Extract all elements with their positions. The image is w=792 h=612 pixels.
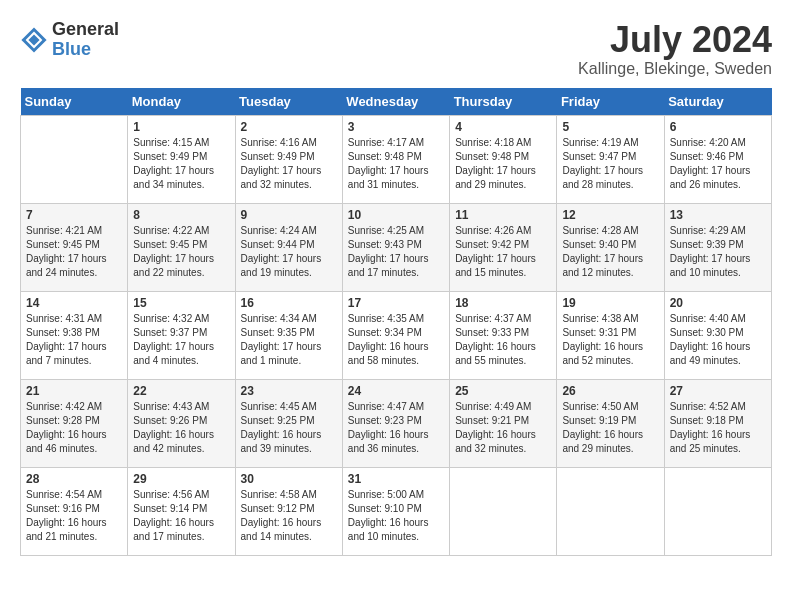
day-number: 1 <box>133 120 229 134</box>
logo-general: General <box>52 20 119 40</box>
logo: General Blue <box>20 20 119 60</box>
day-number: 3 <box>348 120 444 134</box>
day-number: 21 <box>26 384 122 398</box>
day-number: 31 <box>348 472 444 486</box>
cell-content: Sunrise: 4:20 AMSunset: 9:46 PMDaylight:… <box>670 136 766 192</box>
cell-content: Sunrise: 4:35 AMSunset: 9:34 PMDaylight:… <box>348 312 444 368</box>
cell-content: Sunrise: 4:52 AMSunset: 9:18 PMDaylight:… <box>670 400 766 456</box>
cell-content: Sunrise: 4:58 AMSunset: 9:12 PMDaylight:… <box>241 488 337 544</box>
month-title: July 2024 <box>578 20 772 60</box>
location-title: Kallinge, Blekinge, Sweden <box>578 60 772 78</box>
calendar-cell <box>450 467 557 555</box>
day-number: 17 <box>348 296 444 310</box>
day-number: 2 <box>241 120 337 134</box>
calendar-cell: 7Sunrise: 4:21 AMSunset: 9:45 PMDaylight… <box>21 203 128 291</box>
day-number: 26 <box>562 384 658 398</box>
day-number: 16 <box>241 296 337 310</box>
calendar-cell: 30Sunrise: 4:58 AMSunset: 9:12 PMDayligh… <box>235 467 342 555</box>
day-number: 22 <box>133 384 229 398</box>
day-number: 10 <box>348 208 444 222</box>
column-header-friday: Friday <box>557 88 664 116</box>
cell-content: Sunrise: 4:22 AMSunset: 9:45 PMDaylight:… <box>133 224 229 280</box>
day-number: 18 <box>455 296 551 310</box>
calendar-cell: 8Sunrise: 4:22 AMSunset: 9:45 PMDaylight… <box>128 203 235 291</box>
calendar-cell: 31Sunrise: 5:00 AMSunset: 9:10 PMDayligh… <box>342 467 449 555</box>
day-number: 6 <box>670 120 766 134</box>
cell-content: Sunrise: 4:16 AMSunset: 9:49 PMDaylight:… <box>241 136 337 192</box>
column-header-saturday: Saturday <box>664 88 771 116</box>
day-number: 20 <box>670 296 766 310</box>
day-number: 23 <box>241 384 337 398</box>
cell-content: Sunrise: 4:34 AMSunset: 9:35 PMDaylight:… <box>241 312 337 368</box>
day-number: 28 <box>26 472 122 486</box>
page-header: General Blue July 2024 Kallinge, Bleking… <box>20 20 772 78</box>
day-number: 13 <box>670 208 766 222</box>
logo-icon <box>20 26 48 54</box>
week-row-4: 21Sunrise: 4:42 AMSunset: 9:28 PMDayligh… <box>21 379 772 467</box>
cell-content: Sunrise: 4:31 AMSunset: 9:38 PMDaylight:… <box>26 312 122 368</box>
day-number: 5 <box>562 120 658 134</box>
week-row-1: 1Sunrise: 4:15 AMSunset: 9:49 PMDaylight… <box>21 115 772 203</box>
cell-content: Sunrise: 4:19 AMSunset: 9:47 PMDaylight:… <box>562 136 658 192</box>
column-header-tuesday: Tuesday <box>235 88 342 116</box>
logo-blue: Blue <box>52 40 119 60</box>
calendar-cell: 10Sunrise: 4:25 AMSunset: 9:43 PMDayligh… <box>342 203 449 291</box>
week-row-3: 14Sunrise: 4:31 AMSunset: 9:38 PMDayligh… <box>21 291 772 379</box>
cell-content: Sunrise: 4:38 AMSunset: 9:31 PMDaylight:… <box>562 312 658 368</box>
day-number: 12 <box>562 208 658 222</box>
day-number: 11 <box>455 208 551 222</box>
calendar-cell: 15Sunrise: 4:32 AMSunset: 9:37 PMDayligh… <box>128 291 235 379</box>
cell-content: Sunrise: 4:50 AMSunset: 9:19 PMDaylight:… <box>562 400 658 456</box>
cell-content: Sunrise: 4:24 AMSunset: 9:44 PMDaylight:… <box>241 224 337 280</box>
day-number: 30 <box>241 472 337 486</box>
calendar-header-row: SundayMondayTuesdayWednesdayThursdayFrid… <box>21 88 772 116</box>
column-header-thursday: Thursday <box>450 88 557 116</box>
calendar-cell: 12Sunrise: 4:28 AMSunset: 9:40 PMDayligh… <box>557 203 664 291</box>
calendar-cell: 16Sunrise: 4:34 AMSunset: 9:35 PMDayligh… <box>235 291 342 379</box>
calendar-cell: 11Sunrise: 4:26 AMSunset: 9:42 PMDayligh… <box>450 203 557 291</box>
calendar-cell: 24Sunrise: 4:47 AMSunset: 9:23 PMDayligh… <box>342 379 449 467</box>
week-row-5: 28Sunrise: 4:54 AMSunset: 9:16 PMDayligh… <box>21 467 772 555</box>
column-header-monday: Monday <box>128 88 235 116</box>
cell-content: Sunrise: 4:56 AMSunset: 9:14 PMDaylight:… <box>133 488 229 544</box>
calendar-cell: 13Sunrise: 4:29 AMSunset: 9:39 PMDayligh… <box>664 203 771 291</box>
day-number: 15 <box>133 296 229 310</box>
calendar-cell <box>21 115 128 203</box>
calendar-cell: 27Sunrise: 4:52 AMSunset: 9:18 PMDayligh… <box>664 379 771 467</box>
cell-content: Sunrise: 4:49 AMSunset: 9:21 PMDaylight:… <box>455 400 551 456</box>
calendar-cell: 22Sunrise: 4:43 AMSunset: 9:26 PMDayligh… <box>128 379 235 467</box>
cell-content: Sunrise: 4:43 AMSunset: 9:26 PMDaylight:… <box>133 400 229 456</box>
cell-content: Sunrise: 4:37 AMSunset: 9:33 PMDaylight:… <box>455 312 551 368</box>
calendar-table: SundayMondayTuesdayWednesdayThursdayFrid… <box>20 88 772 556</box>
calendar-cell <box>664 467 771 555</box>
calendar-cell: 5Sunrise: 4:19 AMSunset: 9:47 PMDaylight… <box>557 115 664 203</box>
cell-content: Sunrise: 4:45 AMSunset: 9:25 PMDaylight:… <box>241 400 337 456</box>
day-number: 27 <box>670 384 766 398</box>
cell-content: Sunrise: 4:18 AMSunset: 9:48 PMDaylight:… <box>455 136 551 192</box>
calendar-cell: 1Sunrise: 4:15 AMSunset: 9:49 PMDaylight… <box>128 115 235 203</box>
week-row-2: 7Sunrise: 4:21 AMSunset: 9:45 PMDaylight… <box>21 203 772 291</box>
calendar-cell: 19Sunrise: 4:38 AMSunset: 9:31 PMDayligh… <box>557 291 664 379</box>
calendar-cell: 2Sunrise: 4:16 AMSunset: 9:49 PMDaylight… <box>235 115 342 203</box>
cell-content: Sunrise: 4:32 AMSunset: 9:37 PMDaylight:… <box>133 312 229 368</box>
cell-content: Sunrise: 4:21 AMSunset: 9:45 PMDaylight:… <box>26 224 122 280</box>
cell-content: Sunrise: 4:29 AMSunset: 9:39 PMDaylight:… <box>670 224 766 280</box>
day-number: 9 <box>241 208 337 222</box>
cell-content: Sunrise: 5:00 AMSunset: 9:10 PMDaylight:… <box>348 488 444 544</box>
day-number: 8 <box>133 208 229 222</box>
cell-content: Sunrise: 4:15 AMSunset: 9:49 PMDaylight:… <box>133 136 229 192</box>
calendar-cell: 21Sunrise: 4:42 AMSunset: 9:28 PMDayligh… <box>21 379 128 467</box>
day-number: 29 <box>133 472 229 486</box>
cell-content: Sunrise: 4:54 AMSunset: 9:16 PMDaylight:… <box>26 488 122 544</box>
calendar-cell: 6Sunrise: 4:20 AMSunset: 9:46 PMDaylight… <box>664 115 771 203</box>
cell-content: Sunrise: 4:42 AMSunset: 9:28 PMDaylight:… <box>26 400 122 456</box>
day-number: 14 <box>26 296 122 310</box>
cell-content: Sunrise: 4:25 AMSunset: 9:43 PMDaylight:… <box>348 224 444 280</box>
calendar-cell: 9Sunrise: 4:24 AMSunset: 9:44 PMDaylight… <box>235 203 342 291</box>
day-number: 25 <box>455 384 551 398</box>
calendar-cell: 18Sunrise: 4:37 AMSunset: 9:33 PMDayligh… <box>450 291 557 379</box>
column-header-wednesday: Wednesday <box>342 88 449 116</box>
calendar-cell: 20Sunrise: 4:40 AMSunset: 9:30 PMDayligh… <box>664 291 771 379</box>
day-number: 4 <box>455 120 551 134</box>
cell-content: Sunrise: 4:26 AMSunset: 9:42 PMDaylight:… <box>455 224 551 280</box>
